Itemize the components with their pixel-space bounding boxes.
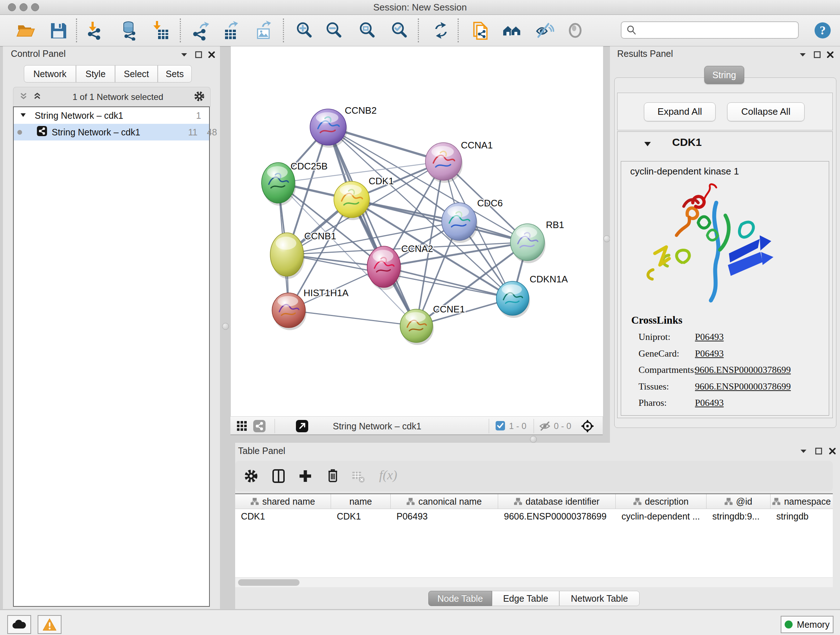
gear-icon[interactable] (194, 90, 205, 103)
panel-menu-icon[interactable] (798, 50, 807, 59)
search-input[interactable] (639, 25, 798, 35)
network-node-label: CCNA2 (401, 243, 433, 254)
network-node[interactable]: CDC25B (262, 161, 328, 206)
delete-column-trash-icon[interactable] (325, 467, 341, 485)
tab-network-table[interactable]: Network Table (559, 591, 639, 606)
detach-view-icon[interactable] (295, 420, 309, 434)
panel-close-icon[interactable] (828, 447, 837, 456)
column-header-shared-name[interactable]: shared name (235, 494, 331, 509)
network-node-label: HIST1H1A (303, 287, 349, 298)
export-image-icon[interactable] (253, 20, 273, 41)
column-header-id[interactable]: @id (706, 494, 771, 509)
save-session-icon[interactable] (48, 20, 68, 41)
collapse-all-icon[interactable] (19, 91, 28, 103)
scrollbar-thumb[interactable] (238, 579, 300, 586)
network-node[interactable]: CDK1 (334, 176, 393, 220)
birds-eye-view-icon[interactable] (581, 419, 594, 434)
table-row[interactable]: CDK1 CDK1 P06493 9606.ENSP00000378699 cy… (235, 509, 833, 524)
export-network-icon[interactable] (190, 20, 210, 41)
gene-disclosure-icon[interactable] (643, 140, 652, 150)
network-view-icon[interactable] (253, 420, 266, 434)
panel-close-icon[interactable] (207, 50, 216, 59)
node-count: 11 (188, 127, 197, 138)
zoom-in-icon[interactable] (294, 20, 314, 41)
tab-select[interactable]: Select (115, 65, 158, 82)
column-header-description[interactable]: description (616, 494, 706, 509)
grid-view-icon[interactable] (236, 420, 248, 433)
network-node[interactable]: HIST1H1A (272, 287, 349, 330)
collapse-all-button[interactable]: Collapse All (727, 103, 805, 121)
tab-string[interactable]: String (704, 66, 744, 84)
zoom-fit-icon[interactable] (357, 20, 377, 41)
zoom-out-icon[interactable] (324, 20, 344, 41)
tab-network[interactable]: Network (24, 65, 76, 82)
import-table-from-file-icon[interactable] (150, 20, 171, 41)
show-all-nodes-edges-icon[interactable] (502, 20, 522, 41)
protein-structure-image (633, 181, 774, 311)
help-icon[interactable]: ? (813, 21, 834, 41)
network-node[interactable]: CCNB1 (270, 231, 336, 279)
expand-all-button[interactable]: Expand All (644, 103, 715, 121)
panel-menu-icon[interactable] (799, 447, 808, 456)
crosslink-link[interactable]: P06493 (695, 348, 723, 359)
tab-sets[interactable]: Sets (158, 65, 192, 82)
import-network-from-database-icon[interactable] (119, 20, 139, 41)
network-status-dot-icon (17, 130, 22, 135)
new-network-from-selection-icon[interactable] (470, 20, 491, 41)
column-header-label: namespace (784, 496, 831, 507)
hidden-eye-icon[interactable] (538, 420, 551, 434)
function-builder-icon-disabled: f(x) (379, 467, 397, 483)
hide-selection-icon[interactable] (534, 20, 554, 41)
delete-table-icon-disabled (351, 470, 365, 486)
column-header-canonical-name[interactable]: canonical name (391, 494, 498, 509)
column-namespace-icon (514, 497, 522, 505)
warnings-button[interactable] (38, 615, 62, 634)
network-node-label: CCNB2 (345, 105, 377, 116)
splitter-handle[interactable] (222, 323, 229, 330)
column-header-name[interactable]: name (331, 494, 391, 509)
tab-node-table[interactable]: Node Table (428, 591, 492, 606)
panel-close-icon[interactable] (826, 50, 835, 59)
add-column-icon[interactable] (297, 468, 313, 486)
select-columns-icon[interactable] (271, 468, 286, 486)
crosslink-link[interactable]: 9606.ENSP00000378699 (695, 364, 791, 375)
network-canvas[interactable]: CCNB2CCNA1CDC25BCDK1CDC6RB1CCNB1CCNA2CDK… (231, 46, 603, 416)
network-row[interactable]: String Network – cdk1 11 48 (14, 124, 209, 141)
show-graphics-details-icon[interactable] (565, 20, 585, 41)
cloud-icon (12, 619, 27, 630)
splitter-handle[interactable] (603, 235, 610, 242)
tab-style[interactable]: Style (76, 65, 115, 82)
crosslink-link[interactable]: P06493 (695, 332, 723, 342)
selected-checkbox-icon[interactable] (495, 421, 505, 432)
cloud-status-button[interactable] (7, 615, 31, 634)
zoom-selected-icon[interactable] (389, 20, 409, 41)
panel-float-icon[interactable] (814, 447, 823, 456)
crosslink-link[interactable]: 9606.ENSP00000378699 (695, 381, 791, 392)
network-label: String Network – cdk1 (52, 127, 141, 138)
disclosure-triangle-icon[interactable] (19, 111, 27, 121)
export-table-icon[interactable] (220, 20, 240, 41)
tab-edge-table[interactable]: Edge Table (492, 591, 559, 606)
splitter-handle[interactable] (530, 436, 537, 443)
open-session-icon[interactable] (16, 20, 36, 41)
network-node[interactable]: CDC6 (442, 198, 503, 243)
panel-menu-icon[interactable] (180, 50, 189, 59)
network-collection-row[interactable]: String Network – cdk1 1 (14, 107, 209, 124)
memory-status-dot-icon (785, 621, 793, 629)
table-settings-gear-icon[interactable] (243, 468, 259, 486)
import-network-from-file-icon[interactable] (85, 20, 105, 41)
main-toolbar: ? (0, 15, 840, 47)
memory-button[interactable]: Memory (781, 616, 834, 633)
network-node[interactable]: CDKN1A (496, 274, 568, 318)
expand-all-icon[interactable] (32, 91, 42, 103)
horizontal-scrollbar[interactable] (235, 578, 833, 587)
network-node[interactable]: RB1 (510, 219, 564, 263)
panel-float-icon[interactable] (194, 50, 203, 59)
crosslink-link[interactable]: P06493 (695, 397, 723, 409)
search-field[interactable] (621, 21, 799, 39)
network-edge[interactable] (289, 310, 416, 326)
column-header-database-identifier[interactable]: database identifier (498, 494, 616, 509)
panel-float-icon[interactable] (813, 50, 822, 59)
column-header-namespace[interactable]: namespace (771, 494, 833, 509)
update-network-icon[interactable] (431, 20, 451, 41)
